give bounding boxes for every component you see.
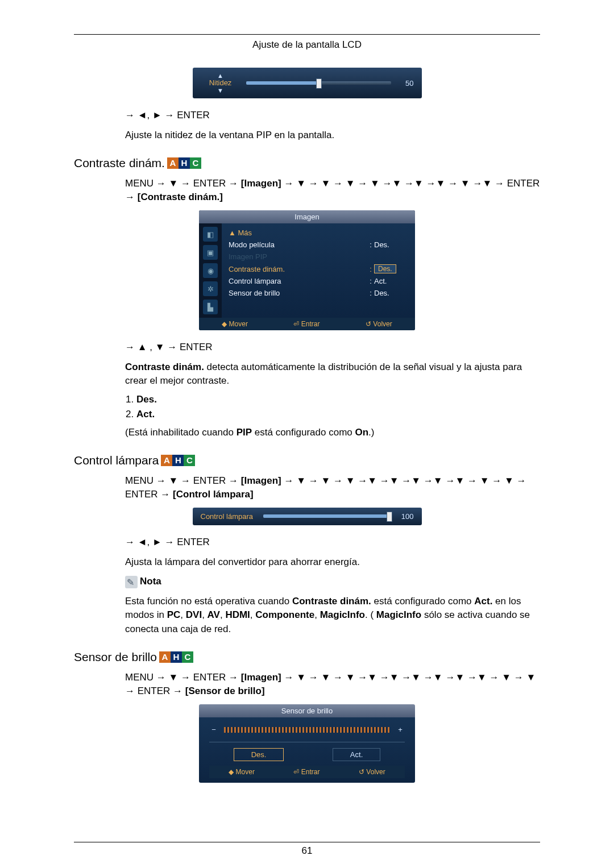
description-text: Ajusta la lámpara del convertidor para a… — [125, 555, 540, 570]
mode-badge: AHC — [167, 157, 201, 169]
osd-icon: ◉ — [203, 263, 218, 278]
osd-sensor-title: Sensor de brillo — [199, 704, 415, 717]
nav-hint: → ◄, ► → ENTER — [125, 109, 540, 123]
description-text: (Está inhabilitado cuando PIP está confi… — [125, 426, 540, 440]
chevron-down-icon: ▼ — [201, 87, 240, 94]
note-heading: Nota — [125, 575, 540, 589]
osd-row-name: Control lámpara — [229, 277, 367, 285]
sensor-bar — [224, 727, 390, 733]
page-number: 61 — [0, 845, 614, 857]
osd-footer-entrar: ⏎ Entrar — [293, 768, 320, 776]
osd-row-val: Des. — [374, 240, 408, 249]
option-item: Act. — [136, 409, 155, 420]
description-text: Ajuste la nitidez de la ventana PIP en l… — [125, 128, 540, 143]
osd-button-des: Des. — [234, 748, 284, 761]
nav-hint: → ▲ , ▼ → ENTER — [125, 340, 540, 355]
section-title: Sensor de brillo — [74, 650, 157, 664]
osd-footer-mover: ◆ Mover — [222, 320, 248, 328]
menu-path: MENU → ▼ → ENTER → [Imagen] → ▼ → ▼ → ▼ … — [125, 177, 540, 205]
osd-sharpness-slider: ▲ Nitidez ▼ 50 — [193, 68, 422, 98]
description-text: Contraste dinám. detecta automáticamente… — [125, 360, 540, 388]
osd-row-name: Modo película — [229, 240, 367, 249]
osd-footer-mover: ◆ Mover — [229, 768, 255, 776]
osd-row-name: Imagen PIP — [229, 252, 408, 261]
plus-icon: + — [396, 725, 405, 734]
osd-footer-volver: ↺ Volver — [366, 320, 392, 328]
osd-image-menu: Imagen ◧ ▣ ◉ ✲ ▙ ▲ Más Modo película:Des… — [199, 210, 415, 330]
osd-lamp-slider: Control lámpara 100 — [193, 508, 422, 525]
section-title: Control lámpara — [74, 454, 159, 467]
osd-slider-label: Control lámpara — [201, 512, 258, 521]
osd-icon: ▙ — [203, 300, 218, 314]
osd-row-name: Sensor de brillo — [229, 289, 367, 297]
osd-slider-value: 50 — [397, 79, 414, 88]
osd-slider-label: Nitidez — [201, 79, 240, 87]
option-item: Des. — [136, 394, 157, 405]
osd-selected-value: Des. — [374, 264, 396, 273]
osd-more: ▲ Más — [229, 229, 408, 237]
osd-footer-entrar: ⏎ Entrar — [293, 320, 320, 328]
osd-row-val: Des. — [374, 289, 408, 297]
minus-icon: − — [209, 725, 218, 734]
osd-row-name: Contraste dinám. — [229, 265, 367, 273]
note-icon — [125, 576, 138, 588]
section-title: Contraste dinám. — [74, 156, 165, 170]
osd-menu-title: Imagen — [199, 210, 415, 223]
osd-icon: ▣ — [203, 245, 218, 260]
menu-path: MENU → ▼ → ENTER → [Imagen] → ▼ → ▼ → ▼ … — [125, 474, 540, 502]
note-text: Esta función no está operativa cuando Co… — [125, 595, 540, 637]
osd-button-act: Act. — [333, 748, 380, 761]
mode-badge: AHC — [159, 651, 193, 663]
nav-hint: → ◄, ► → ENTER — [125, 535, 540, 550]
osd-brightness-sensor: Sensor de brillo − + Des. Act. ◆ Mover ⏎… — [199, 704, 415, 783]
osd-icon: ◧ — [203, 227, 218, 242]
osd-row-val: Act. — [374, 277, 408, 285]
mode-badge: AHC — [161, 455, 195, 466]
option-list: Des. Act. — [136, 394, 540, 420]
osd-slider-value: 100 — [397, 512, 414, 521]
osd-icon: ✲ — [203, 281, 218, 296]
osd-footer-volver: ↺ Volver — [359, 768, 385, 776]
menu-path: MENU → ▼ → ENTER → [Imagen] → ▼ → ▼ → ▼ … — [125, 671, 540, 699]
page-header-title: Ajuste de la pantalla LCD — [74, 39, 540, 51]
